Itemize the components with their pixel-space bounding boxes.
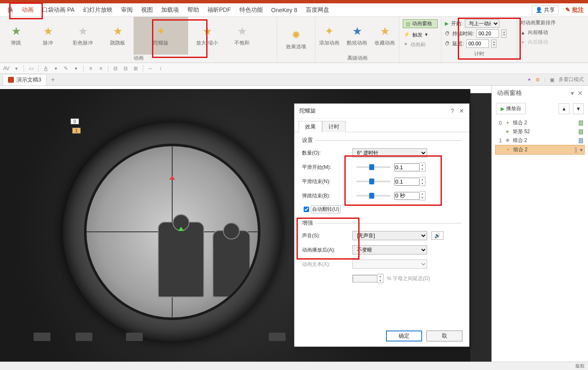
tab-slideshow[interactable]: 幻灯片放映 (79, 4, 117, 16)
play-icon: ▶ (445, 21, 449, 26)
ok-button[interactable]: 确定 (386, 331, 422, 341)
after-label: 动画播放后(A): (302, 247, 344, 254)
duration-spinner[interactable]: ▲▼ (501, 29, 507, 38)
play-from-button[interactable]: ▶播放自 (496, 103, 526, 114)
align-left-icon[interactable]: ≡ (87, 65, 94, 72)
spinner[interactable]: ▲▼ (420, 191, 425, 200)
amount-select[interactable]: 6° 逆时针 (352, 148, 427, 157)
anim-spin[interactable]: ✦陀螺旋 (134, 17, 188, 55)
seq-tag-0[interactable]: 0 (71, 118, 79, 124)
scope-graphic[interactable] (63, 123, 281, 341)
text-anim-label: 动画文本(X): (302, 261, 344, 268)
anim-color-pulse[interactable]: ★彩色脉冲 (64, 17, 102, 55)
move-backward[interactable]: ▼向后移动 (520, 39, 585, 46)
start-select[interactable]: 与上一动画... (465, 19, 499, 28)
dist-v-icon[interactable]: ↕ (157, 65, 164, 72)
sound-select[interactable]: [无声音] (352, 231, 427, 240)
tb-av[interactable]: AV (3, 65, 10, 72)
align-center-icon[interactable]: ≡ (97, 65, 105, 72)
trigger-button[interactable]: ⚡触发 ▾ (401, 31, 439, 39)
dropdown-icon[interactable]: ▾ (571, 89, 574, 97)
anim-brush[interactable]: ✦动画刷 (401, 40, 439, 49)
tab-help[interactable]: 帮助 (183, 4, 203, 16)
multiwindow-label[interactable]: 多窗口模式 (559, 76, 584, 83)
stand-shape (126, 333, 143, 341)
effect-options[interactable]: ✸效果选项 (277, 17, 315, 62)
arrow-down-icon: ▼ (520, 39, 525, 45)
help-icon[interactable]: ? (451, 108, 454, 114)
fav-animation[interactable]: ★收藏动画 (371, 17, 399, 55)
target-shape (213, 230, 250, 297)
tab-pocket-anim[interactable]: 口袋动画 PA (38, 4, 79, 16)
tab-view[interactable]: 视图 (137, 4, 157, 16)
smooth-start-slider[interactable] (357, 166, 390, 168)
document-tab[interactable]: 演示文稿3 (3, 74, 47, 85)
dist-h-icon[interactable]: ↔ (147, 65, 154, 72)
cancel-button[interactable]: 取 (426, 331, 462, 341)
auto-reverse-label[interactable]: 自动翻转(U) (311, 205, 341, 213)
valign-icon[interactable]: ⊟ (112, 65, 119, 72)
anim-list-item[interactable]: ✦组合 2▾ (495, 145, 585, 155)
group-label-timing: 计时 (441, 50, 517, 58)
anim-list-item[interactable]: 0✦组合 2 (495, 118, 585, 127)
move-down-button[interactable]: ▼ (573, 103, 584, 114)
delay-spinner[interactable]: ▲▼ (491, 39, 496, 48)
anim-bounce[interactable]: ★弹跳 (0, 17, 32, 55)
tab-baidu[interactable]: 百度网盘 (302, 4, 333, 16)
enhance-legend: 增强 (302, 220, 315, 226)
annotate-button[interactable]: ✎ 批注 (561, 6, 588, 14)
valign-icon[interactable]: ⊟ (122, 65, 129, 72)
tab-review[interactable]: 审阅 (117, 4, 137, 16)
play-icon: ▶ (501, 106, 504, 112)
fx-icon[interactable]: ✦ (527, 77, 531, 83)
cool-animation[interactable]: ★酷炫动画 (343, 17, 371, 55)
tab-onekey[interactable]: OneKey 8 (267, 4, 302, 16)
close-icon[interactable]: ✕ (578, 89, 583, 97)
star-burst-icon: ✸ (291, 29, 301, 42)
bounce-end-slider[interactable] (357, 195, 390, 197)
spinner[interactable]: ▲▼ (420, 163, 425, 172)
move-forward[interactable]: ▲向前移动 (520, 29, 585, 36)
smooth-start-input[interactable] (394, 163, 420, 171)
seq-tag-1[interactable]: 1 (72, 128, 81, 134)
gear-icon[interactable]: ⚙ (536, 77, 540, 83)
share-button[interactable]: 👤共享 (532, 5, 559, 15)
ppt-icon (8, 77, 14, 83)
dialog-tab-effect[interactable]: 效果 (299, 121, 322, 132)
anim-list-item[interactable]: 1❋组合 2 (495, 136, 585, 145)
anim-desaturate[interactable]: ★不饱和 (226, 17, 258, 55)
anim-pulse[interactable]: ★脉冲 (32, 17, 64, 55)
duration-input[interactable] (476, 29, 499, 38)
speaker-icon[interactable]: 🔊 (431, 231, 444, 240)
table-icon[interactable]: ⊞ (132, 65, 139, 72)
anim-pane-button[interactable]: ▤动画窗格 (403, 19, 438, 28)
close-icon[interactable]: ✕ (459, 108, 464, 114)
bounce-end-input[interactable] (394, 192, 420, 200)
tab-addins[interactable]: 加载项 (157, 4, 183, 16)
auto-reverse-checkbox[interactable] (304, 207, 309, 212)
anim-grow-shrink[interactable]: ★放大/缩小 (188, 17, 226, 55)
anim-teeter[interactable]: ★跷跷板 (102, 17, 134, 55)
anim-list-item[interactable]: ★矩形 52 (495, 127, 585, 136)
after-select[interactable]: 不变暗 (352, 245, 427, 255)
highlight-icon[interactable]: ✎ (62, 65, 70, 72)
window-icon[interactable]: ▣ (550, 77, 554, 83)
font-color-icon[interactable]: A (42, 65, 50, 72)
effect-icon: ❋ (504, 138, 510, 144)
spinner[interactable]: ▲▼ (420, 177, 425, 186)
tab-transition[interactable]: 换 (3, 4, 18, 16)
delay-label: 延迟: (452, 40, 464, 47)
add-animation[interactable]: ✦添加动画 (315, 17, 343, 55)
smooth-end-slider[interactable] (357, 181, 390, 182)
tab-foxit-pdf[interactable]: 福昕PDF (203, 4, 235, 16)
chevron-down-icon[interactable]: ▾ (580, 147, 583, 153)
tab-features[interactable]: 特色功能 (235, 4, 267, 16)
dialog-tab-timing[interactable]: 计时 (322, 121, 346, 132)
new-tab-button[interactable]: + (47, 74, 59, 85)
tab-animation[interactable]: 动画 (18, 4, 38, 16)
delay-input[interactable] (466, 39, 489, 48)
tb-rect[interactable]: ▭ (27, 65, 35, 72)
move-up-button[interactable]: ▲ (559, 103, 570, 114)
smooth-end-input[interactable] (394, 178, 420, 186)
amount-label: 数量(O): (302, 150, 344, 157)
